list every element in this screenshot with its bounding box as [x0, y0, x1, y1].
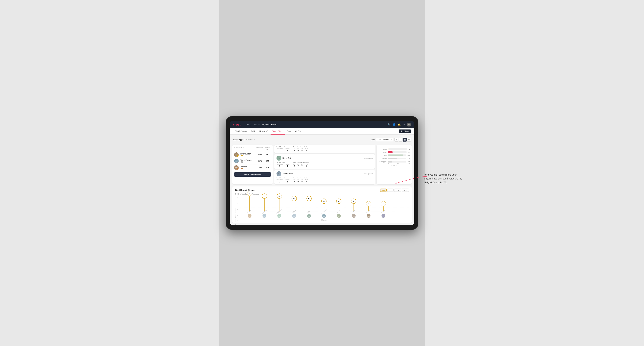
lb-col-score-header: PB SCORE: [255, 147, 264, 150]
card-avatar-1: RB: [276, 156, 282, 161]
lb-avg-2: 107: [264, 160, 271, 162]
bar-val-pars: 499: [408, 155, 410, 156]
card-stats-2: Total Rounds Tournament 7 Practice: [276, 177, 373, 183]
total-rounds-label-0: Total Rounds: [276, 146, 290, 148]
avatar-2: EC 2: [234, 159, 239, 163]
svg-text:CQ: CQ: [382, 215, 384, 217]
bar-track-birdies: [388, 151, 406, 153]
chart-x-axis: 0 200 400: [378, 163, 410, 165]
subnav-all-players[interactable]: All Players: [294, 128, 306, 135]
svg-text:RBu: RBu: [367, 215, 370, 217]
card-date-1: 02 Sep 2023: [364, 157, 373, 159]
add-team-button[interactable]: Add Team: [399, 130, 411, 133]
lb-row-3[interactable]: CM 3 Cameron... ♥ 3 17/20 103: [234, 165, 271, 171]
lb-score-1: 19/20: [255, 154, 264, 156]
svg-text:R. Britt: R. Britt: [307, 210, 310, 213]
svg-text:5x: 5x: [308, 198, 310, 199]
sub-nav: PGAT Players PGA Hcaps 1-5 Team Clippd T…: [230, 128, 414, 135]
svg-text:6x: 6x: [264, 195, 265, 197]
bar-fill-birdies: [388, 151, 392, 153]
card-rounds-0: Total Rounds Tournament 7 Practice: [276, 146, 290, 152]
rank-badge-1: 1: [237, 155, 239, 157]
card-header-2: JC Josh Coles 26 Aug 2023: [276, 171, 373, 176]
subnav-pgat[interactable]: PGAT Players: [233, 128, 249, 135]
bar-pars: Pars 499: [378, 155, 410, 156]
card-practice-0: Total Practice Activities OTT 0 APP: [293, 146, 308, 151]
controls-row: Team Clippd | 14 Players ✏ Show Last 1 m…: [232, 137, 412, 143]
person-icon[interactable]: 👤: [392, 123, 396, 126]
shot-chart-panel: Eagles 3 Birdies: [376, 145, 412, 184]
nav-teams[interactable]: Teams: [254, 124, 260, 126]
chart-bars: Eagles 3 Birdies: [378, 148, 410, 163]
lb-col-avg-header: PB AVG SQ: [264, 147, 271, 150]
card-avatar-2: JC: [276, 171, 282, 176]
bar-fill-bogeys: [388, 158, 397, 159]
bell-icon[interactable]: 🔔: [398, 123, 400, 126]
show-select[interactable]: Last 1 monthLast 3 monthsLast 6 monthsLa…: [376, 138, 394, 141]
search-icon[interactable]: 🔍: [388, 123, 390, 126]
bar-track-pars: [388, 155, 406, 156]
svg-text:5x: 5x: [294, 198, 295, 199]
player-name-1: Richard Butler ♥ 1: [240, 153, 250, 156]
bar-birdies: Birdies 96: [378, 151, 410, 153]
subnav-hcaps[interactable]: Hcaps 1-5: [258, 128, 270, 135]
player-info-2: EC 2 Edward Crossman ♥ 2: [234, 159, 255, 163]
player-info-1: RB 1 Richard Butler ♥ 1: [234, 152, 255, 157]
practice-activities-0: OTT 0 APP 0: [293, 148, 308, 151]
settings-icon[interactable]: ⚙: [403, 123, 405, 126]
bar-eagles: Eagles 3: [378, 148, 410, 150]
card-view-btn[interactable]: ▦: [403, 138, 407, 142]
team-info: Team Clippd | 14 Players ✏: [233, 139, 255, 141]
bar-label-dbogeys: D. Bogeys +: [378, 161, 387, 163]
top-row-panels: PLAYER NAME PB SCORE PB AVG SQ RB 1: [232, 145, 412, 184]
table-view-btn[interactable]: ⊟: [407, 138, 411, 142]
annotation: Here you can see streaks your players ha…: [424, 173, 464, 184]
nav-home[interactable]: Home: [246, 124, 251, 126]
rank-badge-3: 3: [237, 168, 239, 170]
svg-text:4x: 4x: [338, 201, 340, 202]
edit-icon[interactable]: ✏: [254, 139, 255, 141]
svg-text:C. Quick: C. Quick: [381, 209, 386, 214]
bar-label-bogeys: Bogeys: [378, 158, 387, 159]
bar-label-birdies: Birdies: [378, 152, 387, 153]
grid-view-btn[interactable]: ⊞: [394, 138, 398, 142]
lb-row-1[interactable]: RB 1 Richard Butler ♥ 1 19/20 110: [234, 152, 271, 158]
svg-text:EC: EC: [323, 215, 325, 217]
bar-val-dbogeys: 131: [408, 161, 410, 163]
subnav-pga[interactable]: PGA: [249, 128, 257, 135]
nav-my-performance[interactable]: My Performance: [262, 124, 276, 126]
avatar[interactable]: U: [407, 123, 411, 127]
show-controls: Show Last 1 monthLast 3 monthsLast 6 mon…: [371, 138, 411, 142]
svg-text:J. Coles: J. Coles: [292, 210, 296, 213]
main-content: Team Clippd | 14 Players ✏ Show Last 1 m…: [230, 135, 414, 225]
x-label-1: 200: [397, 163, 399, 165]
player-name-2: Edward Crossman ♥ 2: [240, 159, 254, 163]
tournament-val-0: 7: [279, 149, 280, 152]
card-name-1: Rees Britt: [282, 157, 292, 159]
y-axis-label: Best Streak, Fairway Accuracy: [235, 197, 236, 225]
card-header-1: RB Rees Britt 02 Sep 2023: [276, 156, 373, 161]
lb-score-3: 17/20: [255, 167, 264, 169]
nav-bar: clippd Home Teams My Performance 🔍 👤 🔔 ⚙…: [230, 121, 414, 128]
player-card-1: RB Rees Britt 02 Sep 2023 Total Rounds: [274, 154, 375, 169]
view-leaderboard-button[interactable]: View Full Leaderboard: [234, 172, 271, 177]
player-info-3: CM 3 Cameron... ♥ 3: [234, 165, 255, 170]
svg-text:BF: BF: [338, 215, 340, 217]
card-name-2: Josh Coles: [282, 173, 293, 175]
subnav-tour[interactable]: Tour: [286, 128, 292, 135]
x-label-2: 400: [408, 163, 410, 165]
bar-dbogeys: D. Bogeys + 131: [378, 161, 410, 163]
svg-text:B. McHerg: B. McHerg: [262, 209, 267, 214]
lb-header: PLAYER NAME PB SCORE PB AVG SQ: [234, 147, 271, 151]
lb-row-2[interactable]: EC 2 Edward Crossman ♥ 2 18/20 107: [234, 158, 271, 165]
show-select-wrapper: Last 1 monthLast 3 monthsLast 6 monthsLa…: [376, 138, 394, 141]
rank-badge-2: 2: [237, 162, 239, 163]
svg-text:EE: EE: [249, 215, 250, 217]
list-view-btn[interactable]: ☰: [399, 138, 402, 142]
shot-chart-title: Total Shots: [378, 165, 410, 167]
subnav-team-clippd[interactable]: Team Clippd: [270, 128, 285, 135]
bar-fill-dbogeys: [388, 161, 392, 163]
bar-val-eagles: 3: [409, 148, 410, 150]
annotation-text: Here you can see streaks your players ha…: [424, 173, 464, 184]
streak-chart-svg: 7x 6x 6x: [239, 191, 396, 218]
